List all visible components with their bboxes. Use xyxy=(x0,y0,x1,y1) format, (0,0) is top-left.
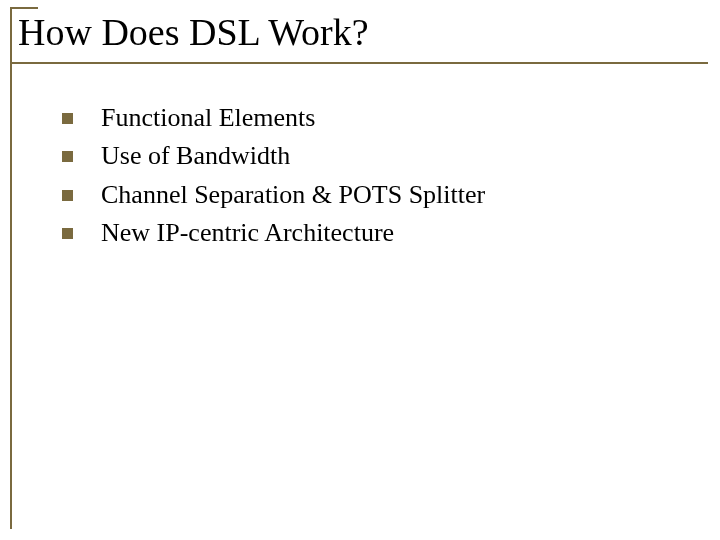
square-bullet-icon xyxy=(62,151,73,162)
slide: How Does DSL Work? Functional Elements U… xyxy=(0,0,720,540)
square-bullet-icon xyxy=(62,228,73,239)
rule-left xyxy=(10,7,12,529)
content-area: Functional Elements Use of Bandwidth Cha… xyxy=(0,54,720,250)
list-item: Functional Elements xyxy=(62,102,680,135)
square-bullet-icon xyxy=(62,190,73,201)
rule-bottom xyxy=(10,62,708,64)
square-bullet-icon xyxy=(62,113,73,124)
list-item-text: Channel Separation & POTS Splitter xyxy=(101,179,485,212)
list-item: New IP-centric Architecture xyxy=(62,217,680,250)
list-item-text: Functional Elements xyxy=(101,102,315,135)
slide-title: How Does DSL Work? xyxy=(18,12,720,54)
title-wrap: How Does DSL Work? xyxy=(0,0,720,54)
list-item-text: Use of Bandwidth xyxy=(101,140,290,173)
list-item-text: New IP-centric Architecture xyxy=(101,217,394,250)
list-item: Channel Separation & POTS Splitter xyxy=(62,179,680,212)
list-item: Use of Bandwidth xyxy=(62,140,680,173)
